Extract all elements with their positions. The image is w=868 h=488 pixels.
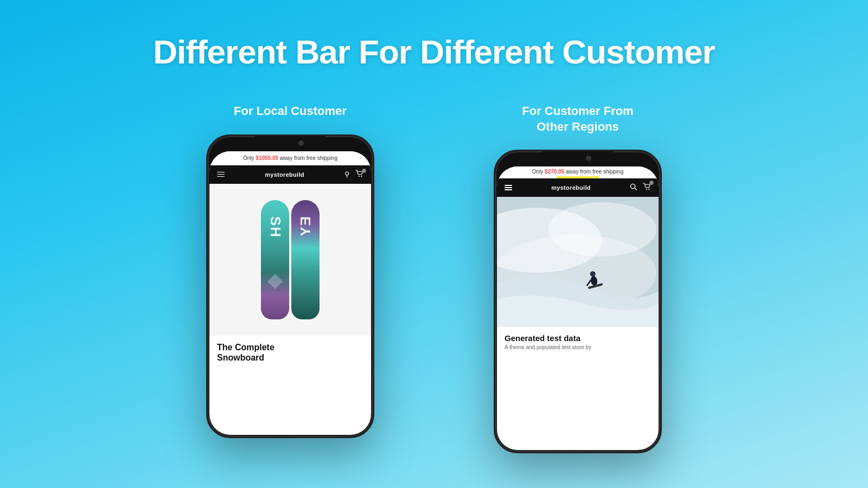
other-regions-section: For Customer From Other Regions Only $27… — [494, 104, 662, 453]
other-search-icon[interactable] — [630, 183, 637, 192]
phones-row: For Local Customer Only $1050.05 away fr… — [206, 104, 662, 453]
other-regions-label: For Customer From Other Regions — [522, 104, 633, 134]
board-diamond — [267, 273, 283, 288]
other-hero-image — [497, 197, 659, 327]
other-store-name: mystorebuild — [551, 184, 591, 191]
other-cart-count: 1 — [649, 181, 654, 185]
other-phone-power — [661, 222, 662, 252]
hamburger-icon[interactable] — [217, 172, 225, 177]
cart-icon: 1 — [355, 171, 363, 179]
shipping-suffix: away from free shipping — [278, 155, 337, 161]
shipping-prefix: Only — [243, 155, 256, 161]
nav-icons-local: ⚲ 1 — [344, 170, 363, 179]
other-product-title: Generated test data — [505, 333, 651, 343]
svg-line-3 — [635, 188, 637, 190]
other-shipping-suffix: away from free shipping — [564, 169, 623, 175]
local-customer-section: For Local Customer Only $1050.05 away fr… — [206, 104, 374, 438]
phone-volume-down-button — [206, 220, 207, 240]
cart-badge-local[interactable]: 1 — [355, 170, 363, 179]
local-product-title: The Complete Snowboard — [217, 342, 363, 363]
other-store-nav: mystorebuild — [497, 178, 659, 197]
snowboard-image: SH EY — [261, 200, 320, 319]
other-phone-frame: Only $270.05 away from free shipping mys… — [494, 150, 662, 453]
local-phone-screen: Only $1050.05 away from free shipping my… — [209, 151, 371, 435]
phone-power-button — [373, 207, 374, 236]
cart-count-local: 1 — [362, 169, 366, 173]
svg-point-0 — [359, 175, 360, 176]
board-left: SH — [261, 200, 289, 319]
local-shipping-bar: Only $1050.05 away from free shipping — [209, 151, 371, 165]
board-right: EY — [291, 200, 320, 319]
other-cart-badge[interactable]: 1 — [643, 183, 651, 192]
nav-icons-other: 1 — [630, 183, 651, 192]
board-text-right: EY — [297, 216, 314, 237]
svg-point-1 — [361, 175, 362, 176]
local-phone-frame: Only $1050.05 away from free shipping my… — [206, 134, 374, 438]
other-phone-volume-down — [494, 235, 495, 255]
other-hamburger-icon[interactable] — [505, 185, 512, 190]
other-shipping-price: $270.05 — [545, 169, 564, 175]
local-product-info: The Complete Snowboard — [209, 336, 371, 369]
board-text-left: SH — [267, 216, 284, 238]
other-shipping-prefix: Only — [532, 169, 545, 175]
svg-point-4 — [646, 189, 647, 190]
phone-volume-up-button — [206, 196, 207, 215]
page-title: Different Bar For Different Customer — [153, 33, 714, 71]
mountain-svg — [497, 197, 659, 327]
local-store-nav: mystorebuild ⚲ 1 — [209, 165, 371, 184]
other-shipping-bar: Only $270.05 away from free shipping — [497, 166, 659, 178]
other-product-subtitle: A theme and populated test store by — [505, 344, 651, 350]
other-phone-volume-up — [494, 211, 495, 230]
local-store-name: mystorebuild — [265, 171, 304, 178]
local-customer-label: For Local Customer — [234, 104, 347, 119]
svg-point-2 — [630, 184, 635, 188]
other-phone-screen: Only $270.05 away from free shipping mys… — [497, 166, 659, 450]
local-product-image: SH EY — [209, 184, 371, 336]
local-shipping-price: $1050.05 — [256, 155, 278, 161]
svg-point-5 — [648, 189, 649, 190]
search-icon[interactable]: ⚲ — [344, 170, 350, 178]
other-product-info: Generated test data A theme and populate… — [497, 327, 659, 357]
